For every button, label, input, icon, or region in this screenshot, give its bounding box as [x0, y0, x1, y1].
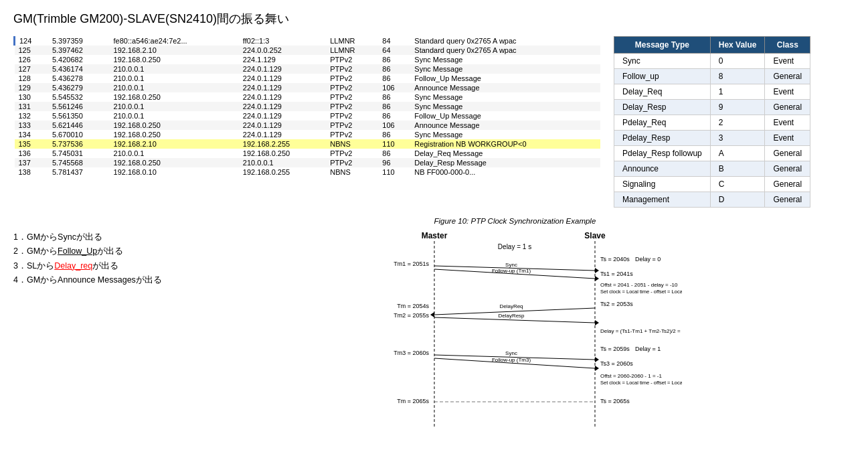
col-header-type: Message Type	[614, 37, 711, 54]
msg-type-row: Sync0Event	[614, 54, 810, 69]
msg-type-table-container: Message Type Hex Value Class Sync0EventF…	[614, 36, 855, 208]
setclock-2: Set clock = Local time - offset = Local …	[600, 380, 682, 386]
notes-section: 1．GMからSyncが出る 2．GMからFollow_Upが出る 3．SLからD…	[13, 217, 162, 439]
ts-2040-label: Ts = 2040s	[600, 256, 630, 262]
sync-arrowhead-1	[595, 268, 599, 273]
diagram-section: Figure 10: PTP Clock Synchronization Exa…	[175, 217, 855, 439]
table-row: 1335.621446192.168.0.250224.0.1.129PTPv2…	[15, 121, 601, 130]
page-title: GM(Trimble GM200)-SLAVE(SN2410)間の振る舞い	[13, 11, 855, 27]
bottom-section: 1．GMからSyncが出る 2．GMからFollow_Upが出る 3．SLからD…	[13, 217, 855, 439]
ts3-label: Ts3 = 2060s	[600, 360, 633, 367]
packet-table: 1245.397359fe80::a546:ae24:7e2...ff02::1…	[13, 36, 600, 177]
ptp-diagram-svg: Master Slave Delay = 1 s Tm1 = 2051s Ts …	[347, 229, 682, 437]
table-row: 1325.561350210.0.0.1224.0.1.129PTPv286Fo…	[15, 111, 601, 121]
table-row: 1265.420682192.168.0.250224.1.129PTPv286…	[15, 55, 601, 64]
delayresp-arrowhead	[595, 320, 599, 325]
table-row: 1345.670010192.168.0.250224.0.1.129PTPv2…	[15, 130, 601, 139]
table-row: 1255.397462192.168.2.10224.0.0.252LLMNR6…	[15, 46, 601, 55]
msg-type-row: Follow_up8General	[614, 69, 810, 84]
offset-2: Offst = 2060-2060 - 1 = -1	[600, 373, 662, 379]
table-row: 1245.397359fe80::a546:ae24:7e2...ff02::1…	[15, 36, 601, 46]
note-3-underline: Delay_req	[54, 261, 92, 271]
delay0-label: Delay = 0	[635, 256, 661, 262]
top-section: 1245.397359fe80::a546:ae24:7e2...ff02::1…	[13, 36, 855, 208]
tm1-label: Tm1 = 2051s	[394, 260, 430, 267]
table-row: 1315.561246210.0.0.1224.0.1.129PTPv286Sy…	[15, 102, 601, 111]
table-row: 1355.737536192.168.2.10192.168.2.255NBNS…	[15, 139, 601, 149]
sync-arrowhead-2	[595, 357, 599, 362]
table-row: 1375.745568192.168.0.250210.0.0.1PTPv296…	[15, 158, 601, 167]
diagram-svg: Master Slave Delay = 1 s Tm1 = 2051s Ts …	[347, 229, 682, 439]
tm-2065-label: Tm = 2065s	[398, 398, 430, 404]
tm-2054-label: Tm = 2054s	[398, 303, 430, 309]
msg-type-row: ManagementDGeneral	[614, 192, 810, 208]
sync-label-1: Sync	[506, 262, 518, 268]
followup-arrowhead-1	[595, 276, 599, 281]
tm3-label: Tm3 = 2060s	[394, 350, 430, 356]
note-1: 1．GMからSyncが出る	[13, 230, 162, 244]
followup-arrowhead-2	[595, 366, 599, 371]
msg-type-row: Pdelay_Resp followupAGeneral	[614, 146, 810, 161]
packet-table-container: 1245.397359fe80::a546:ae24:7e2...ff02::1…	[13, 36, 600, 208]
msg-type-row: Delay_Resp9General	[614, 100, 810, 115]
diagram-caption: Figure 10: PTP Clock Synchronization Exa…	[434, 217, 596, 225]
delay-formula: Delay = (Ts1-Tm1 + Tm2-Ts2)/2 = 1s	[600, 328, 682, 334]
table-row: 1295.436279210.0.0.1224.0.1.129PTPv2106A…	[15, 83, 601, 92]
delayreq-arrowhead	[430, 312, 434, 317]
delay-top-label: Delay = 1 s	[498, 243, 531, 250]
table-row: 1285.436278210.0.0.1224.0.1.129PTPv286Fo…	[15, 74, 601, 83]
msg-type-row: Pdelay_Req2Event	[614, 115, 810, 131]
slave-label: Slave	[585, 231, 606, 240]
msg-type-row: AnnounceBGeneral	[614, 161, 810, 177]
note-3: 3．SLからDelay_reqが出る	[13, 259, 162, 273]
note-2-underline: Follow_Up	[58, 246, 97, 256]
master-label: Master	[422, 231, 448, 240]
col-header-class: Class	[765, 37, 810, 54]
table-row: 1305.545532192.168.0.250224.0.1.129PTPv2…	[15, 92, 601, 102]
table-row: 1275.436174210.0.0.1224.0.1.129PTPv286Sy…	[15, 64, 601, 74]
note-2: 2．GMからFollow_Upが出る	[13, 244, 162, 258]
followup-label-1: Follow-up (Tm1)	[492, 268, 531, 274]
msg-type-row: Pdelay_Resp3Event	[614, 131, 810, 146]
table-row: 1365.745031210.0.0.1192.168.0.250PTPv286…	[15, 149, 601, 158]
tm2-label: Tm2 = 2055s	[394, 312, 430, 319]
msg-type-table: Message Type Hex Value Class Sync0EventF…	[614, 36, 810, 208]
ts1-label: Ts1 = 2041s	[600, 271, 633, 277]
offset-1: Offst = 2041 - 2051 - delay = -10	[600, 282, 678, 288]
msg-type-row: SignalingCGeneral	[614, 177, 810, 192]
setclock-1: Set clock = Local time - offset = Local …	[600, 289, 682, 295]
sync-label-2: Sync	[506, 350, 518, 356]
ts2-label: Ts2 = 2053s	[600, 301, 633, 307]
followup-label-2: Follow-up (Tm3)	[492, 357, 531, 363]
table-row: 1385.781437192.168.0.10192.168.0.255NBNS…	[15, 167, 601, 177]
delay1-label: Delay = 1	[635, 346, 661, 352]
ts-2065-label: Ts = 2065s	[600, 398, 630, 404]
delayreq-label: DelayReq	[500, 303, 523, 309]
note-4: 4．GMからAnnounce Messagesが出る	[13, 273, 162, 287]
page-container: GM(Trimble GM200)-SLAVE(SN2410)間の振る舞い 12…	[0, 0, 868, 449]
col-header-hex: Hex Value	[710, 37, 765, 54]
delayresp-label: DelayResp	[499, 313, 525, 319]
msg-type-row: Delay_Req1Event	[614, 84, 810, 100]
ts-2059-label: Ts = 2059s	[600, 346, 630, 352]
